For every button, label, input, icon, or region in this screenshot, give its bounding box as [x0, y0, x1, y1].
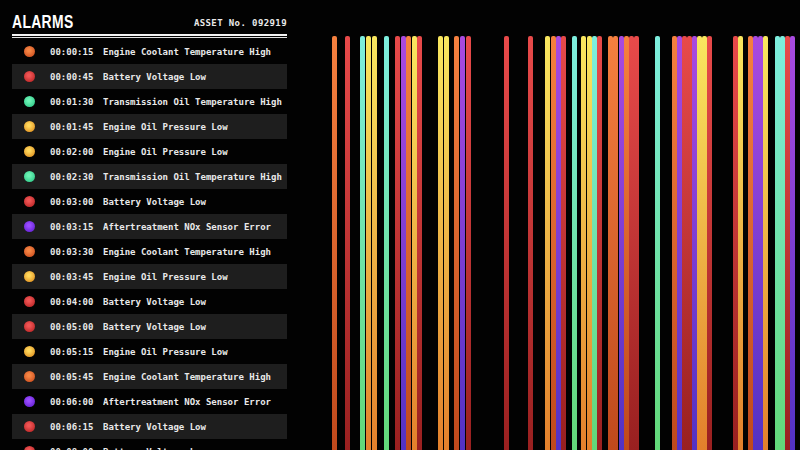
alarm-row[interactable]: 00:00:15Engine Coolant Temperature High	[12, 39, 287, 64]
alarm-status-dot	[24, 296, 35, 307]
timeline-stripe-transmission	[780, 36, 785, 450]
timeline-stripe-oil	[581, 36, 586, 450]
asset-number: ASSET No. 092919	[194, 18, 287, 31]
alarm-label: Engine Coolant Temperature High	[103, 372, 287, 382]
timeline-stripe-battery	[733, 36, 738, 450]
alarm-status-dot	[24, 396, 35, 407]
alarm-row[interactable]: 00:02:30Transmission Oil Temperature Hig…	[12, 164, 287, 189]
timeline-stripe-nox	[790, 36, 795, 450]
timeline-stripe-nox	[401, 36, 406, 450]
alarm-label: Battery Voltage Low	[103, 297, 287, 307]
timeline-stripe-battery	[417, 36, 422, 450]
alarm-row[interactable]: 00:03:00Battery Voltage Low	[12, 189, 287, 214]
alarm-status-dot	[24, 71, 35, 82]
panel-header: ALARMS ASSET No. 092919	[12, 0, 287, 31]
timeline-stripe-oil	[763, 36, 768, 450]
timeline-stripe-oil	[372, 36, 377, 450]
alarm-label: Engine Coolant Temperature High	[103, 47, 287, 57]
alarm-timestamp: 00:02:00	[50, 147, 103, 157]
timeline-stripe-oil	[587, 36, 592, 450]
alarm-label: Transmission Oil Temperature High	[103, 97, 287, 107]
alarm-row[interactable]: 00:08:00Battery Voltage Low	[12, 439, 287, 450]
alarm-timestamp: 00:03:45	[50, 272, 103, 282]
alarm-status-dot	[24, 271, 35, 282]
timeline-stripe-battery	[597, 36, 602, 450]
timeline-stripe-oil	[438, 36, 443, 450]
alarm-row[interactable]: 00:05:15Engine Oil Pressure Low	[12, 339, 287, 364]
timeline-stripe-battery	[634, 36, 639, 450]
alarm-timestamp: 00:00:45	[50, 72, 103, 82]
timeline-stripe-coolant	[624, 36, 629, 450]
alarm-timestamp: 00:03:30	[50, 247, 103, 257]
timeline-stripe-coolant	[672, 36, 677, 450]
timeline-stripe-battery	[395, 36, 400, 450]
timeline-stripe-battery	[785, 36, 790, 450]
alarm-label: Engine Oil Pressure Low	[103, 147, 287, 157]
timeline-stripe-nox	[692, 36, 697, 450]
alarm-timestamp: 00:00:15	[50, 47, 103, 57]
alarm-row[interactable]: 00:00:45Battery Voltage Low	[12, 64, 287, 89]
alarm-row[interactable]: 00:03:45Engine Oil Pressure Low	[12, 264, 287, 289]
alarm-status-dot	[24, 171, 35, 182]
page-title: ALARMS	[12, 12, 74, 31]
alarm-status-dot	[24, 321, 35, 332]
alarm-status-dot	[24, 446, 35, 450]
alarm-status-dot	[24, 371, 35, 382]
alarm-label: Aftertreatment NOx Sensor Error	[103, 397, 287, 407]
alarm-status-dot	[24, 96, 35, 107]
timeline-stripe-transmission	[360, 36, 365, 450]
timeline-stripe-coolant	[608, 36, 613, 450]
alarm-label: Engine Oil Pressure Low	[103, 347, 287, 357]
alarm-timestamp: 00:08:00	[50, 447, 103, 450]
timeline-stripe-nox	[758, 36, 763, 450]
timeline-stripe-nox	[460, 36, 465, 450]
timeline-stripe-coolant	[332, 36, 337, 450]
timeline-stripe-transmission	[775, 36, 780, 450]
alarm-label: Transmission Oil Temperature High	[103, 172, 287, 182]
alarm-timestamp: 00:06:15	[50, 422, 103, 432]
alarm-list: 00:00:15Engine Coolant Temperature High0…	[12, 39, 287, 450]
timeline-stripe-coolant	[406, 36, 411, 450]
alarm-status-dot	[24, 346, 35, 357]
alarm-row[interactable]: 00:01:30Transmission Oil Temperature Hig…	[12, 89, 287, 114]
alarm-label: Engine Coolant Temperature High	[103, 247, 287, 257]
alarm-timestamp: 00:02:30	[50, 172, 103, 182]
timeline-stripe-battery	[629, 36, 634, 450]
alarm-row[interactable]: 00:06:15Battery Voltage Low	[12, 414, 287, 439]
alarm-row[interactable]: 00:04:00Battery Voltage Low	[12, 289, 287, 314]
timeline-stripe-oil	[702, 36, 707, 450]
alarm-row[interactable]: 00:02:00Engine Oil Pressure Low	[12, 139, 287, 164]
timeline-stripe-oil	[412, 36, 417, 450]
timeline-stripe-transmission	[384, 36, 389, 450]
timeline-stripe-transmission	[572, 36, 577, 450]
alarm-row[interactable]: 00:06:00Aftertreatment NOx Sensor Error	[12, 389, 287, 414]
alarm-status-dot	[24, 121, 35, 132]
timeline-stripe-nox	[753, 36, 758, 450]
alarms-panel: ALARMS ASSET No. 092919 00:00:15Engine C…	[12, 0, 287, 450]
alarm-row[interactable]: 00:03:30Engine Coolant Temperature High	[12, 239, 287, 264]
timeline-stripe-coolant	[748, 36, 753, 450]
alarm-status-dot	[24, 421, 35, 432]
alarm-status-dot	[24, 46, 35, 57]
alarm-timestamp: 00:04:00	[50, 297, 103, 307]
alarms-dashboard: ALARMS ASSET No. 092919 00:00:15Engine C…	[0, 0, 800, 450]
timeline-stripe-nox	[556, 36, 561, 450]
alarm-status-dot	[24, 146, 35, 157]
alarm-label: Battery Voltage Low	[103, 72, 287, 82]
alarm-row[interactable]: 00:01:45Engine Oil Pressure Low	[12, 114, 287, 139]
alarm-label: Battery Voltage Low	[103, 322, 287, 332]
alarm-timestamp: 00:01:30	[50, 97, 103, 107]
alarm-label: Engine Oil Pressure Low	[103, 122, 287, 132]
alarm-row[interactable]: 00:05:45Engine Coolant Temperature High	[12, 364, 287, 389]
alarm-row[interactable]: 00:05:00Battery Voltage Low	[12, 314, 287, 339]
alarm-row[interactable]: 00:03:15Aftertreatment NOx Sensor Error	[12, 214, 287, 239]
alarm-timestamp: 00:01:45	[50, 122, 103, 132]
alarm-status-dot	[24, 221, 35, 232]
alarm-timestamp: 00:05:00	[50, 322, 103, 332]
timeline-stripe-oil	[738, 36, 743, 450]
alarm-timestamp: 00:05:45	[50, 372, 103, 382]
alarm-status-dot	[24, 246, 35, 257]
timeline-stripe-battery	[682, 36, 687, 450]
timeline-stripe-battery	[345, 36, 350, 450]
alarm-timestamp: 00:03:00	[50, 197, 103, 207]
